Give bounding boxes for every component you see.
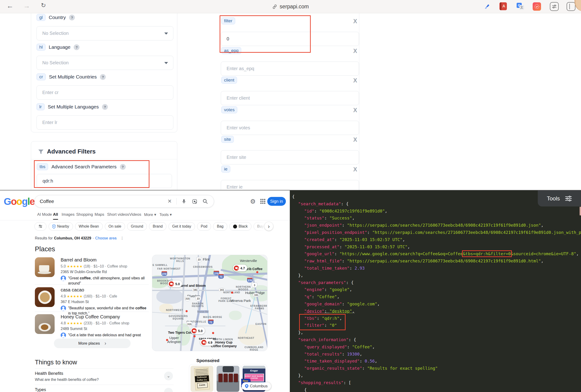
place-item-2[interactable]: casa cacao4.9 ★★★★★ (160) · $1–10 · Cafe… (35, 287, 150, 316)
hl-help-icon[interactable]: ? (74, 44, 80, 50)
client-input[interactable]: Enter client (221, 91, 359, 105)
map-label: NORTHWEST (166, 309, 183, 311)
chip-whole-bean[interactable]: Whole Bean (75, 222, 103, 231)
json-line: }, (292, 272, 580, 279)
sponsored-card-2[interactable] (215, 364, 241, 392)
ttk-expand-icon[interactable]: ⌄ (164, 388, 173, 392)
chip-brand[interactable]: Brand (149, 222, 166, 231)
json-line: "search_information": { (292, 336, 580, 344)
tab-ai-mode[interactable]: AI Mode (37, 212, 52, 217)
tune-extension-icon[interactable] (550, 2, 559, 11)
header-divider (0, 220, 290, 220)
lr-label: Set Multiple Languages (48, 104, 99, 110)
places-divider (35, 312, 149, 312)
site-input[interactable]: Enter site (221, 150, 359, 164)
chips-scroll-right-icon[interactable]: › (264, 222, 273, 231)
chip-pod[interactable]: Pod (197, 222, 211, 231)
lr-input[interactable]: Enter lr (36, 115, 173, 130)
map-label: WORTHINGTON HILLS (170, 257, 190, 262)
route-shield: 315 (185, 296, 190, 301)
search-magnifier-icon[interactable] (202, 199, 209, 204)
json-line: "device": "desktop", (292, 308, 580, 315)
sponsored-options-icon[interactable]: ⋮ (210, 358, 215, 363)
address-bar[interactable]: serpapi.com (0, 0, 581, 13)
json-line: "total_results": 19300, (292, 351, 580, 358)
votes-remove-button[interactable]: X (353, 107, 357, 114)
app-window: ← → ↻ serpapi.com A G 文 (0, 0, 581, 392)
tab-short-videos[interactable]: Short videos (107, 212, 129, 217)
ttk-expand-icon[interactable]: ⌄ (164, 372, 173, 381)
chip-nearby[interactable]: Nearby (48, 222, 73, 231)
chip-bag[interactable]: Bag (213, 222, 227, 231)
tbs-filter-annotation-box (299, 314, 346, 330)
as_epq-input[interactable]: Enter as_epq (221, 61, 359, 76)
map-label: CUMBERLAND RIDGE (244, 346, 264, 351)
pen-extension-icon[interactable] (483, 2, 491, 11)
json-line: "status": "Success", (292, 215, 580, 222)
more-places-button[interactable]: More places › (54, 339, 130, 348)
votes-input[interactable]: Enter votes (221, 121, 359, 135)
hl-select[interactable]: No Selection (36, 56, 173, 70)
dictionary-extension-icon[interactable]: A (500, 2, 507, 10)
map-rating-marker[interactable]: 4.7 (233, 265, 247, 272)
ttk-item-title[interactable]: Types (35, 387, 46, 392)
client-remove-button[interactable]: X (353, 77, 357, 84)
map-rating-marker[interactable]: 5.0 (190, 328, 205, 334)
map-label: MAIZE-MORSE (203, 316, 222, 318)
tab-images[interactable]: Images (62, 212, 74, 217)
tab-all[interactable]: All (53, 212, 58, 217)
ttk-item-title[interactable]: Health Benefits (35, 371, 63, 376)
site-remove-button[interactable]: X (353, 136, 357, 143)
chevron-down-icon (164, 32, 168, 34)
json-line: "id": "6908c42197c19f61f9e891d0", (292, 208, 580, 215)
chip-ground[interactable]: Ground (127, 222, 147, 231)
sign-in-button[interactable]: Sign in (267, 197, 286, 206)
chip-get-it-today[interactable]: Get it today (168, 222, 195, 231)
map-rating-marker[interactable]: 5.0 (168, 281, 182, 287)
filter-remove-button[interactable]: X (353, 18, 357, 25)
watch-extension-icon[interactable] (533, 2, 541, 11)
tab-tools[interactable]: Tools ▾ (160, 212, 172, 217)
places-map[interactable]: WORTHINGTON HILLSDE SAWMILLFAR NORTHWEST… (152, 255, 268, 351)
json-line: "engine": "google", (292, 286, 580, 293)
more-options-icon[interactable]: ⋮ (120, 236, 124, 240)
cr-help-icon[interactable]: ? (100, 74, 106, 80)
mic-icon[interactable] (180, 199, 187, 204)
json-response-panel: Tools {"search_metadata": {"id": "6908c4… (290, 190, 581, 392)
choose-area-link[interactable]: Choose area (95, 236, 117, 240)
map-poi-dot (166, 339, 168, 341)
sponsored-card-1[interactable]: Outhouse Coffee Co.DARK (189, 364, 215, 392)
lens-icon[interactable] (191, 199, 198, 204)
ie-remove-button[interactable]: X (353, 166, 357, 173)
gl-help-icon[interactable]: ? (69, 15, 75, 20)
route-shield: 161 (218, 288, 226, 292)
place-thumbnail[interactable] (35, 287, 54, 307)
tab-videos[interactable]: Videos (129, 212, 141, 217)
place-thumbnail[interactable] (35, 314, 54, 334)
place-thumbnail[interactable] (35, 257, 54, 277)
sidebar-toggle-icon[interactable] (566, 2, 576, 11)
tab-maps[interactable]: Maps (94, 212, 104, 217)
chip-on-sale[interactable]: On sale (105, 222, 125, 231)
translate-extension-icon[interactable]: G 文 (516, 2, 524, 11)
google-search-box[interactable]: Coffee ✕ (34, 195, 214, 208)
tools-button[interactable]: Tools (538, 190, 581, 206)
route-shield: 23 (196, 257, 202, 262)
tab-more[interactable]: More ▾ (144, 212, 156, 217)
cr-input[interactable]: Enter cr (36, 85, 173, 100)
settings-gear-icon[interactable]: ⚙ (250, 198, 256, 205)
gl-select[interactable]: No Selection (36, 26, 173, 40)
map-rating-marker[interactable]: 4.9 (200, 339, 214, 346)
chip-filters[interactable] (34, 222, 46, 231)
place-item-1[interactable]: Barrel and Bloom5.0 ★★★★★ (18) · $1–10 ·… (35, 257, 150, 286)
lr-help-icon[interactable]: ? (102, 104, 108, 110)
as_epq-remove-button[interactable]: X (353, 48, 357, 54)
tab-shopping[interactable]: Shopping (76, 212, 93, 217)
chip-black[interactable]: Black (230, 222, 252, 231)
sponsored-heading: Sponsored (196, 358, 220, 363)
reviewer-avatar (61, 276, 66, 281)
place-item-3[interactable]: Honey Cup Coffee Company4.8 ★★★★★ (233) … (35, 314, 150, 343)
json-line: "organic_results_state": "Results for ex… (292, 365, 580, 372)
apps-grid-icon[interactable] (260, 199, 266, 204)
clear-search-icon[interactable]: ✕ (166, 198, 173, 204)
